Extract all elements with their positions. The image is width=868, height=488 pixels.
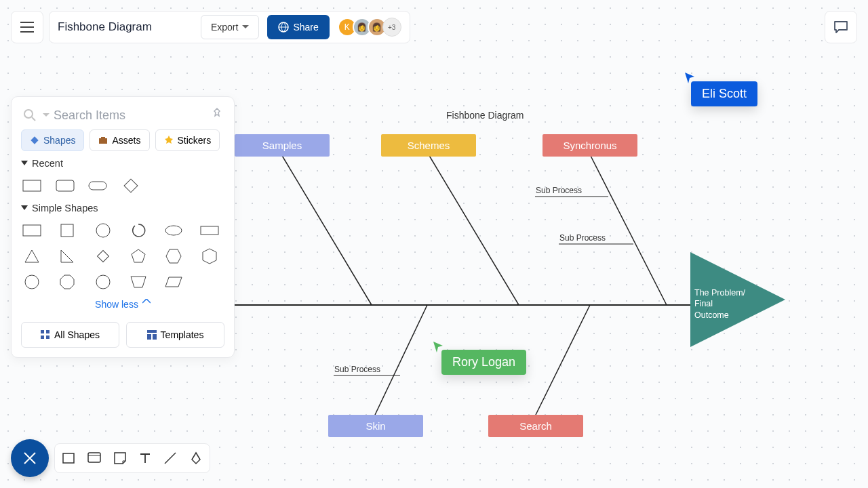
cursor-tag-rory: Rory Logan [441, 350, 526, 375]
shape-rectangle[interactable] [22, 223, 41, 238]
tool-sticky-note[interactable] [113, 451, 127, 465]
svg-rect-34 [153, 334, 157, 340]
shape-nonagon[interactable] [94, 274, 113, 289]
comments-button[interactable] [825, 11, 857, 43]
svg-line-38 [165, 453, 176, 464]
shape-pentagon[interactable] [129, 249, 148, 264]
search-input[interactable] [54, 108, 211, 123]
shape-diamond[interactable] [121, 178, 140, 193]
templates-button[interactable]: Templates [126, 322, 224, 348]
svg-point-23 [165, 226, 182, 235]
search-icon [22, 108, 37, 123]
triangle-down-icon [21, 161, 28, 166]
tab-stickers[interactable]: Stickers [155, 129, 220, 151]
show-less-toggle[interactable]: Show less [21, 293, 224, 315]
all-shapes-button[interactable]: All Shapes [21, 322, 119, 348]
title-bar: Fishbone Diagram Export Share K 👩 👩 +3 [49, 11, 410, 43]
svg-rect-33 [147, 334, 151, 340]
shape-rectangle[interactable] [22, 178, 41, 193]
chevron-down-icon [242, 25, 249, 29]
diagram-title: Fishbone Diagram [446, 110, 524, 121]
svg-point-27 [96, 275, 110, 289]
svg-rect-13 [31, 136, 38, 144]
export-button[interactable]: Export [201, 15, 259, 39]
shapes-panel: Shapes Assets Stickers Recent Simple Sha… [11, 96, 235, 358]
svg-rect-35 [63, 453, 74, 463]
close-panel-button[interactable] [11, 439, 49, 477]
tab-shapes[interactable]: Shapes [21, 129, 84, 151]
sub-process-label-3: Sub Process [334, 365, 380, 374]
section-recent-label: Recent [32, 158, 63, 169]
shape-wide-rect[interactable] [200, 223, 219, 238]
menu-button[interactable] [11, 11, 43, 43]
all-shapes-label: All Shapes [54, 329, 100, 340]
svg-rect-17 [56, 180, 74, 191]
svg-rect-15 [101, 137, 105, 139]
svg-line-12 [32, 117, 35, 121]
shape-diamond[interactable] [94, 249, 113, 264]
tab-shapes-label: Shapes [43, 135, 75, 146]
shape-octagon[interactable] [58, 274, 77, 289]
shape-empty [200, 274, 219, 289]
avatar-more[interactable]: +3 [382, 18, 401, 37]
svg-rect-32 [147, 330, 157, 333]
shape-rounded-rectangle[interactable] [56, 178, 75, 193]
cause-samples[interactable]: Samples [235, 134, 330, 157]
section-recent[interactable]: Recent [21, 158, 224, 169]
svg-rect-20 [23, 225, 41, 236]
tool-card[interactable] [87, 452, 101, 464]
cause-skin[interactable]: Skin [328, 415, 423, 437]
shape-right-triangle[interactable] [58, 249, 77, 264]
cause-schemes[interactable]: Schemes [381, 134, 476, 157]
document-title[interactable]: Fishbone Diagram [58, 20, 193, 34]
shape-hexagon[interactable] [164, 249, 183, 264]
shape-circle[interactable] [94, 223, 113, 238]
sub-process-label-2: Sub Process [559, 233, 606, 243]
tab-assets[interactable]: Assets [90, 129, 149, 151]
shape-triangle[interactable] [22, 249, 41, 264]
tool-rectangle[interactable] [62, 451, 75, 465]
svg-rect-29 [46, 330, 50, 333]
svg-point-11 [24, 110, 33, 118]
shape-heptagon[interactable] [22, 274, 41, 289]
star-icon [164, 136, 174, 145]
svg-rect-14 [99, 138, 107, 144]
svg-rect-30 [41, 336, 44, 339]
svg-rect-28 [41, 330, 44, 333]
tool-text[interactable] [139, 452, 151, 464]
avatar-stack[interactable]: K 👩 👩 +3 [342, 18, 401, 37]
svg-line-5 [536, 305, 590, 415]
share-button[interactable]: Share [267, 15, 329, 39]
tool-pen[interactable] [189, 451, 203, 465]
shape-ellipse[interactable] [164, 223, 183, 238]
svg-rect-16 [23, 180, 41, 191]
show-less-label: Show less [95, 299, 138, 310]
triangle-down-icon [21, 205, 28, 211]
shape-trapezoid[interactable] [129, 274, 148, 289]
svg-point-26 [25, 275, 39, 289]
svg-line-3 [590, 155, 667, 305]
effect-label: The Problem/ Final Outcome [694, 287, 749, 321]
tool-strip [54, 443, 210, 473]
shape-square[interactable] [58, 223, 77, 238]
cause-search[interactable]: Search [488, 415, 583, 437]
svg-rect-24 [201, 226, 218, 235]
share-label: Share [293, 22, 318, 33]
shape-pill[interactable] [88, 178, 107, 193]
svg-rect-25 [97, 251, 108, 262]
svg-line-1 [281, 155, 372, 305]
pin-icon[interactable] [211, 108, 223, 123]
svg-point-22 [96, 224, 110, 237]
cause-synchronus[interactable]: Synchronus [542, 134, 637, 157]
shape-parallelogram[interactable] [164, 274, 183, 289]
svg-line-4 [375, 305, 427, 415]
close-icon [23, 451, 37, 465]
tool-line[interactable] [163, 451, 177, 465]
svg-rect-18 [89, 182, 106, 190]
section-simple-shapes[interactable]: Simple Shapes [21, 203, 224, 214]
shape-hexagon-v[interactable] [200, 249, 219, 264]
shape-arc[interactable] [129, 223, 148, 238]
panel-tabs: Shapes Assets Stickers [21, 129, 224, 151]
diamond-icon [30, 136, 39, 145]
sub-process-label-1: Sub Process [536, 186, 582, 195]
